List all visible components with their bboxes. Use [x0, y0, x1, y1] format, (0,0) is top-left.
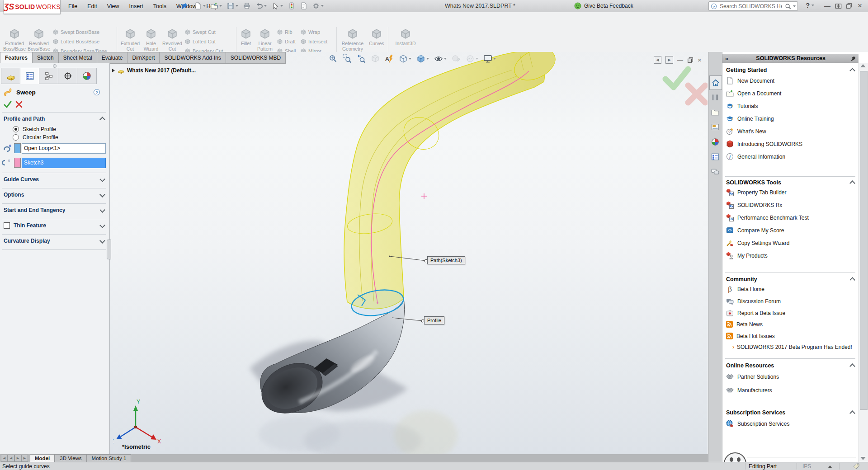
thin-feature-checkbox[interactable]: [4, 222, 10, 229]
options-gear-icon[interactable]: [312, 2, 320, 9]
sketch-profile-radio-circle[interactable]: [13, 126, 19, 132]
apply-scene-button[interactable]: [466, 54, 478, 63]
apply-scene-dropdown-arrow[interactable]: [476, 58, 478, 60]
lofted-boss-base-button[interactable]: Lofted Boss/Base: [52, 38, 99, 46]
display-style-button[interactable]: [416, 54, 429, 63]
item-property-tab-builder[interactable]: Property Tab Builder: [726, 188, 787, 196]
view-settings-button[interactable]: [483, 54, 496, 63]
pin-menu-icon[interactable]: [181, 2, 188, 9]
getting-started-collapse-icon[interactable]: [849, 68, 855, 74]
select-arrow-icon[interactable]: [272, 2, 279, 9]
path-color-swatch[interactable]: [14, 158, 21, 168]
section-guide-curves[interactable]: Guide Curves: [4, 176, 39, 183]
property-manager-tab[interactable]: [20, 68, 40, 84]
rib-button[interactable]: Rib: [277, 28, 292, 36]
tab-features[interactable]: Features: [0, 52, 33, 64]
pm-cancel-button[interactable]: [15, 101, 23, 108]
tab-solidworks-add-ins[interactable]: SOLIDWORKS Add-Ins: [160, 52, 226, 64]
help-dropdown-arrow[interactable]: [811, 5, 814, 6]
thin-feature-chevron[interactable]: [99, 222, 105, 228]
item-partner-solutions[interactable]: Partner Solutions: [726, 373, 779, 381]
tab-3d-views[interactable]: 3D Views: [55, 454, 86, 462]
beta-feedback-button[interactable]: Give Beta Feedback: [574, 2, 633, 9]
item-my-products[interactable]: My Products: [726, 252, 768, 259]
search-input[interactable]: [719, 3, 783, 10]
display-style-dropdown-arrow[interactable]: [426, 58, 429, 60]
new-document-icon[interactable]: [194, 2, 202, 9]
draft-button[interactable]: Draft: [277, 38, 296, 46]
item-whats-new[interactable]: What's New: [726, 127, 766, 135]
first-tab-nav-button[interactable]: ◀: [1, 455, 8, 462]
prev-tab-nav-button[interactable]: ◀: [8, 455, 14, 462]
options-chevron[interactable]: [99, 192, 105, 197]
help-search-box[interactable]: [708, 1, 798, 11]
feature-manager-tab[interactable]: [1, 68, 21, 84]
search-dropdown-arrow[interactable]: [793, 5, 796, 7]
menu-file[interactable]: File: [63, 3, 82, 9]
zoom-to-area-icon[interactable]: [343, 54, 352, 63]
next-document-icon[interactable]: ▶: [665, 56, 673, 64]
save-dropdown-arrow[interactable]: [236, 5, 238, 7]
units-dropdown-arrow[interactable]: [828, 465, 832, 468]
section-view-icon[interactable]: [371, 54, 380, 63]
wrap-button[interactable]: Wrap: [300, 28, 320, 36]
community-collapse-icon[interactable]: [849, 277, 855, 283]
item-subscription-services[interactable]: Subscription Services: [726, 420, 789, 428]
assistant-avatar[interactable]: [723, 452, 750, 462]
doc-restore-icon[interactable]: [687, 57, 693, 63]
split-window-button[interactable]: [833, 1, 844, 10]
tab-dimxpert[interactable]: DimXpert: [127, 52, 160, 64]
item-new-document[interactable]: New Document: [726, 77, 774, 85]
tab-file-explorer[interactable]: [709, 105, 721, 119]
hide-show-items-button[interactable]: [434, 54, 447, 63]
undo-dropdown-arrow[interactable]: [264, 5, 267, 7]
item-discussion-forum[interactable]: Discussion Forum: [726, 297, 781, 305]
item-beta-news[interactable]: Beta News: [726, 321, 763, 328]
item-online-training[interactable]: Online Training: [726, 115, 774, 122]
scroll-down-arrow[interactable]: [860, 457, 866, 460]
doc-minimize-icon[interactable]: —: [677, 56, 683, 63]
options-dropdown-arrow[interactable]: [321, 5, 324, 7]
panel-resize-grip[interactable]: [107, 240, 111, 259]
menu-insert[interactable]: Insert: [124, 3, 148, 9]
online-resources-collapse-icon[interactable]: [849, 363, 855, 369]
next-tab-nav-button[interactable]: ▶: [14, 455, 21, 462]
minimize-button[interactable]: —: [822, 1, 833, 10]
pm-help-icon[interactable]: [93, 89, 100, 96]
undo-icon[interactable]: [255, 2, 263, 9]
section-profile-and-path[interactable]: Profile and Path: [4, 116, 45, 122]
view-settings-dropdown-arrow[interactable]: [493, 58, 496, 60]
profile-selection-field[interactable]: Open Loop<1>: [22, 143, 106, 154]
tab-model[interactable]: Model: [30, 454, 55, 462]
previous-document-icon[interactable]: ◀: [654, 56, 661, 64]
item-copy-settings-wizard[interactable]: Copy Settings Wizard: [726, 239, 789, 247]
curvature-chevron[interactable]: [99, 238, 105, 244]
section-tangency[interactable]: Start and End Tangency: [4, 207, 65, 213]
view-orientation-dropdown-arrow[interactable]: [409, 58, 411, 60]
section-curvature[interactable]: Curvature Display: [4, 238, 50, 244]
circular-profile-radio[interactable]: Circular Profile: [13, 134, 58, 141]
annotation-views-icon[interactable]: [385, 54, 394, 63]
previous-view-icon[interactable]: [357, 54, 366, 63]
hide-show-dropdown-arrow[interactable]: [444, 58, 447, 60]
section-options[interactable]: Options: [4, 192, 24, 198]
status-tag-icon[interactable]: [853, 463, 860, 470]
confirm-ok-icon[interactable]: [665, 69, 688, 87]
tab-sheet-metal[interactable]: Sheet Metal: [59, 52, 97, 64]
circular-profile-radio-circle[interactable]: [13, 134, 19, 141]
lofted-cut-button[interactable]: Lofted Cut: [184, 38, 216, 46]
display-manager-tab[interactable]: [77, 68, 97, 84]
item-manufacturers[interactable]: Manufacturers: [726, 386, 772, 394]
zoom-to-fit-icon[interactable]: [329, 54, 338, 63]
scrollbar-thumb[interactable]: [860, 71, 868, 410]
tab-sketch[interactable]: Sketch: [33, 52, 59, 64]
doc-close-icon[interactable]: ×: [698, 56, 702, 64]
menu-view[interactable]: View: [102, 3, 124, 9]
open-dropdown-arrow[interactable]: [219, 5, 222, 7]
swept-cut-button[interactable]: Swept Cut: [184, 28, 216, 36]
edit-appearance-icon[interactable]: [452, 54, 461, 63]
confirm-cancel-icon[interactable]: [688, 85, 705, 103]
feature-tree-flyout[interactable]: Whats New 2017 (Default...: [112, 67, 196, 74]
menu-tools[interactable]: Tools: [148, 3, 171, 9]
item-general-information[interactable]: General Information: [726, 153, 785, 160]
